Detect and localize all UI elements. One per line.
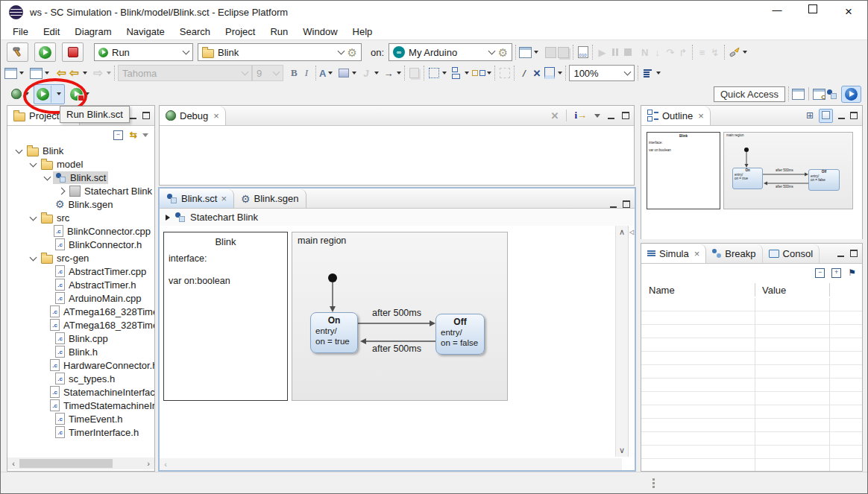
forward-button[interactable]: ⇨ [92, 67, 104, 80]
tree-item-atmega168-328timer[interactable]: ATmega168_328Timer [7, 305, 154, 318]
chevron-down-icon[interactable] [656, 72, 661, 75]
resume-button[interactable]: ▶ [596, 46, 608, 59]
chevron-down-icon[interactable] [30, 253, 37, 261]
tree-item-sc-types-h[interactable]: sc_types.h [7, 372, 154, 385]
chevron-down-icon[interactable] [352, 72, 356, 75]
tree-item-blink-sct[interactable]: Blink.sct [7, 171, 154, 184]
terminate-button[interactable] [62, 42, 84, 62]
tree-item-timeevent-h[interactable]: TimeEvent.h [7, 412, 154, 425]
open-perspective-button[interactable] [792, 88, 805, 101]
launch-mode-combo[interactable]: Run [94, 43, 193, 61]
maximize-editor-button[interactable] [623, 200, 630, 208]
close-icon[interactable]: × [221, 193, 227, 204]
open-type-button[interactable] [30, 67, 43, 80]
tree-item-abstracttimer-cpp[interactable]: AbstractTimer.cpp [7, 265, 154, 278]
grid-button[interactable] [543, 67, 556, 80]
scrollbar-thumb[interactable] [19, 459, 113, 468]
tab-simulation[interactable]: Simula × [641, 244, 706, 263]
text-style-button[interactable] [641, 67, 654, 80]
simulation-perspective-button[interactable] [841, 86, 861, 103]
transition-label[interactable]: after 500ms [367, 343, 427, 354]
minimize-view-button[interactable] [608, 113, 614, 119]
c-perspective-button[interactable]: C [813, 88, 825, 101]
tree-item-model[interactable]: model [7, 157, 154, 171]
close-window-button[interactable]: × [843, 4, 854, 19]
chevron-down-icon[interactable] [397, 72, 401, 75]
run-button[interactable] [34, 42, 56, 62]
menu-file[interactable]: File [5, 25, 36, 39]
tab-outline[interactable]: Outline × [641, 107, 711, 125]
tab-blink-sct[interactable]: Blink.sct × [160, 189, 234, 208]
diagram-canvas[interactable]: Blink interface: var on:boolean main reg… [160, 226, 616, 457]
save-button[interactable] [544, 46, 557, 59]
debug-statechart-button[interactable] [10, 88, 22, 101]
step-return-button[interactable]: ↱ [676, 46, 689, 59]
order-button[interactable] [472, 67, 485, 80]
tree-item-blink[interactable]: Blink [7, 144, 154, 157]
show-grid-button[interactable]: / [518, 67, 530, 80]
step-filters-button[interactable]: ≡ [696, 46, 708, 59]
target-combo[interactable]: ∞ My Arduino ⚙ [389, 43, 512, 61]
highlight-button[interactable] [728, 46, 740, 59]
overview-button[interactable] [819, 109, 833, 123]
tree-item-arduinomain-cpp[interactable]: ArduinoMain.cpp [7, 291, 154, 305]
launch-config-combo[interactable]: Blink ⚙ [198, 43, 362, 61]
arrow-type-button[interactable]: → [382, 67, 394, 80]
maximize-view-button[interactable] [850, 112, 858, 119]
view-menu-button[interactable] [142, 133, 148, 137]
chevron-down-icon[interactable] [107, 72, 111, 75]
menu-help[interactable]: Help [345, 25, 380, 39]
chevron-down-icon[interactable] [30, 159, 37, 167]
chevron-down-icon[interactable] [44, 173, 51, 180]
font-color-button[interactable]: A [319, 68, 326, 79]
chevron-down-icon[interactable] [465, 72, 469, 75]
drop-to-frame-button[interactable]: ↯ [708, 46, 721, 59]
tree-item-hardwareconnector-h[interactable]: HardwareConnector.h [7, 358, 154, 372]
maximize-view-button[interactable] [142, 112, 150, 119]
tree-item-timedstatemachineir[interactable]: TimedStatemachineIr [7, 399, 154, 412]
step-over-button[interactable]: ↷ [664, 46, 676, 59]
font-family-combo[interactable]: Tahoma [118, 65, 252, 81]
tree-item-atmega168-328timer[interactable]: ATmega168_328Timer [7, 318, 154, 332]
collapse-all-button[interactable]: − [113, 130, 123, 140]
tree-item-blink-h[interactable]: Blink.h [7, 345, 154, 358]
run-last-tool-button[interactable] [4, 67, 17, 80]
tree-item-src-gen[interactable]: src-gen [7, 251, 154, 265]
chevron-down-icon[interactable] [374, 72, 379, 75]
maximize-view-button[interactable] [850, 250, 858, 257]
fill-color-button[interactable] [337, 67, 350, 80]
menu-window[interactable]: Window [295, 25, 345, 39]
vertical-scrollbar[interactable]: ∧ ∨ [615, 226, 629, 457]
minimize-view-button[interactable] [130, 113, 136, 119]
binary-file-button[interactable]: 010 [576, 46, 589, 59]
minimize-editor-button[interactable] [610, 201, 617, 208]
chevron-down-icon[interactable] [558, 72, 562, 75]
view-menu-button[interactable] [594, 114, 600, 118]
snap-to-grid-button[interactable]: ✕ [530, 67, 543, 80]
modeling-perspective-button[interactable] [825, 88, 838, 101]
minimize-view-button[interactable] [837, 250, 844, 257]
step-into-button[interactable]: ↓ [651, 46, 664, 59]
interface-compartment[interactable]: Blink interface: var on:boolean [163, 232, 288, 401]
state-off[interactable]: Off entry/ on = false [435, 314, 485, 355]
tree-item-blink-cpp[interactable]: Blink.cpp [7, 332, 154, 345]
zoom-combo[interactable]: 100% [569, 65, 635, 81]
close-icon[interactable]: × [213, 110, 219, 121]
maximize-view-button[interactable] [622, 112, 629, 119]
close-icon[interactable]: × [694, 248, 700, 259]
tab-debug[interactable]: Debug × [160, 107, 226, 125]
horizontal-scrollbar[interactable]: ‹ › [7, 457, 154, 469]
outline-preview[interactable]: Blink interface: var on:boolean main reg… [641, 126, 862, 239]
menu-run[interactable]: Run [262, 25, 295, 39]
save-all-button[interactable] [557, 46, 570, 59]
sash-grip[interactable] [652, 477, 655, 490]
tree-item-blinkconnector-h[interactable]: BlinkConnector.h [7, 238, 154, 251]
build-button[interactable] [7, 42, 28, 62]
tree-item-src[interactable]: src [7, 211, 154, 224]
auto-size-button[interactable] [498, 67, 511, 80]
chevron-down-icon[interactable] [19, 72, 24, 75]
close-icon[interactable]: × [698, 110, 704, 121]
line-color-button[interactable]: J [359, 67, 372, 80]
state-on[interactable]: On entry/ on = true [310, 312, 358, 353]
main-region[interactable]: main region On entry/ on = true [292, 232, 508, 401]
